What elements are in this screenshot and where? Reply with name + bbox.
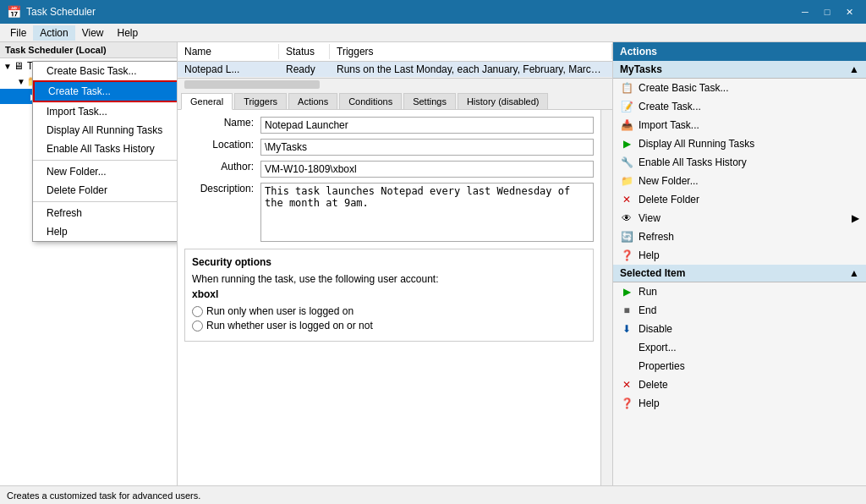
action-view[interactable]: 👁 View ▶ xyxy=(613,209,866,227)
tree-header-label: Task Scheduler (Local) xyxy=(5,45,107,55)
action-export[interactable]: Export... xyxy=(613,338,866,357)
left-panel: Task Scheduler (Local) ▼ 🖥 Ta... ▼ 📁 Ta.… xyxy=(0,42,178,485)
details-content-wrapper: Name: Location: Author: Description: Thi… xyxy=(178,110,600,485)
close-button[interactable]: ✕ xyxy=(839,3,859,20)
minimize-button[interactable]: ─ xyxy=(795,3,815,20)
description-label: Description: xyxy=(184,183,260,194)
description-row: Description: This task launches Notepad … xyxy=(184,183,594,242)
title-bar-controls: ─ □ ✕ xyxy=(795,3,859,20)
menu-help[interactable]: Help xyxy=(33,222,178,241)
author-label: Author: xyxy=(184,161,260,173)
menu-delete-folder[interactable]: Delete Folder xyxy=(33,181,178,200)
action-end[interactable]: ■ End xyxy=(613,301,866,320)
actions-section-mytasks: MyTasks ▲ xyxy=(613,61,866,79)
menu-help[interactable]: Help xyxy=(111,25,145,41)
action-properties[interactable]: Properties xyxy=(613,357,866,375)
action-refresh[interactable]: 🔄 Refresh xyxy=(613,227,866,246)
table-header: Name Status Triggers xyxy=(178,42,612,62)
action-help-selected-label: Help xyxy=(639,397,660,409)
display-running-icon: ▶ xyxy=(620,137,633,151)
action-import-task[interactable]: 📥 Import Task... xyxy=(613,116,866,134)
author-input[interactable] xyxy=(260,161,594,178)
action-dropdown-menu: Create Basic Task... Create Task... Impo… xyxy=(32,61,178,242)
status-bar: Creates a customized task for advanced u… xyxy=(0,485,866,504)
menu-new-folder[interactable]: New Folder... xyxy=(33,162,178,181)
maximize-button[interactable]: □ xyxy=(817,3,837,20)
cell-status: Ready xyxy=(279,62,330,77)
vertical-scrollbar[interactable] xyxy=(600,110,612,485)
actions-header: Actions xyxy=(613,42,866,61)
action-delete-folder[interactable]: ✕ Delete Folder xyxy=(613,190,866,209)
collapse-selected-icon[interactable]: ▲ xyxy=(849,267,859,279)
action-disable[interactable]: ⬇ Disable xyxy=(613,320,866,338)
menu-enable-history[interactable]: Enable All Tasks History xyxy=(33,140,178,158)
security-user-account: xboxl xyxy=(192,288,586,300)
tab-conditions[interactable]: Conditions xyxy=(339,93,402,109)
menu-create-task[interactable]: Create Task... xyxy=(33,80,178,102)
cell-triggers: Runs on the Last Monday, each January, F… xyxy=(330,62,612,77)
delete-icon: ✕ xyxy=(620,378,633,392)
menu-view[interactable]: View xyxy=(75,25,111,41)
action-create-basic[interactable]: 📋 Create Basic Task... xyxy=(613,79,866,97)
action-enable-history-label: Enable All Tasks History xyxy=(639,156,747,168)
menu-create-basic[interactable]: Create Basic Task... xyxy=(33,62,178,80)
tab-general[interactable]: General xyxy=(181,93,233,110)
tab-triggers[interactable]: Triggers xyxy=(234,93,287,109)
right-panel: Actions MyTasks ▲ 📋 Create Basic Task...… xyxy=(612,42,866,485)
collapse-icon[interactable]: ▲ xyxy=(849,63,859,75)
action-help-mytasks-label: Help xyxy=(639,249,660,261)
menu-action[interactable]: Action xyxy=(33,25,74,41)
action-delete[interactable]: ✕ Delete xyxy=(613,375,866,394)
action-display-running-label: Display All Running Tasks xyxy=(639,138,754,150)
col-triggers: Triggers xyxy=(330,44,612,59)
table-row[interactable]: Notepad L... Ready Runs on the Last Mond… xyxy=(178,62,612,78)
location-input[interactable] xyxy=(260,139,594,156)
action-delete-folder-label: Delete Folder xyxy=(639,194,699,205)
menu-bar: File Action View Help xyxy=(0,24,866,42)
action-create-task[interactable]: 📝 Create Task... xyxy=(613,97,866,116)
action-help-selected[interactable]: ❓ Help xyxy=(613,394,866,413)
action-display-running[interactable]: ▶ Display All Running Tasks xyxy=(613,134,866,153)
action-new-folder[interactable]: 📁 New Folder... xyxy=(613,172,866,190)
menu-refresh[interactable]: Refresh xyxy=(33,204,178,222)
selected-section-label: Selected Item xyxy=(620,267,685,279)
actions-section-selected: Selected Item ▲ xyxy=(613,265,866,282)
col-name: Name xyxy=(178,44,279,59)
radio-whether-logged-on-label: Run whether user is logged on or not xyxy=(206,320,373,331)
new-folder-icon: 📁 xyxy=(620,174,633,188)
action-new-folder-label: New Folder... xyxy=(639,175,699,187)
computer-icon: 🖥 xyxy=(14,60,24,72)
description-textarea[interactable]: This task launches Notepad every last We… xyxy=(260,183,594,242)
menu-import-task[interactable]: Import Task... xyxy=(33,102,178,121)
title-bar: 📅 Task Scheduler ─ □ ✕ xyxy=(0,0,866,24)
center-panel: Name Status Triggers Notepad L... Ready … xyxy=(178,42,612,485)
radio-logged-on[interactable]: Run only when user is logged on xyxy=(192,305,586,317)
separator-1 xyxy=(33,160,178,161)
action-refresh-label: Refresh xyxy=(639,231,674,243)
view-arrow-icon: ▶ xyxy=(852,212,859,224)
radio-whether-logged-on[interactable]: Run whether user is logged on or not xyxy=(192,320,586,331)
action-create-basic-label: Create Basic Task... xyxy=(639,82,729,94)
left-panel-header: Task Scheduler (Local) xyxy=(0,42,177,58)
menu-file[interactable]: File xyxy=(3,25,33,41)
security-section: Security options When running the task, … xyxy=(184,249,594,342)
action-enable-history[interactable]: 🔧 Enable All Tasks History xyxy=(613,153,866,172)
action-run[interactable]: ▶ Run xyxy=(613,282,866,301)
horizontal-scrollbar[interactable] xyxy=(178,78,612,90)
properties-icon xyxy=(620,359,633,373)
action-disable-label: Disable xyxy=(639,323,672,335)
tab-settings[interactable]: Settings xyxy=(403,93,456,109)
tab-actions[interactable]: Actions xyxy=(288,93,337,109)
menu-display-running[interactable]: Display All Running Tasks xyxy=(33,121,178,140)
tab-history[interactable]: History (disabled) xyxy=(458,93,549,109)
disable-icon: ⬇ xyxy=(620,322,633,336)
help-mytasks-icon: ❓ xyxy=(620,249,633,262)
status-text: Creates a customized task for advanced u… xyxy=(7,490,200,501)
action-help-mytasks[interactable]: ❓ Help xyxy=(613,246,866,265)
security-title: Security options xyxy=(192,256,586,268)
refresh-icon: 🔄 xyxy=(620,230,633,244)
view-icon: 👁 xyxy=(620,211,633,225)
run-icon: ▶ xyxy=(620,285,633,299)
location-label: Location: xyxy=(184,139,260,151)
name-input[interactable] xyxy=(260,117,594,134)
